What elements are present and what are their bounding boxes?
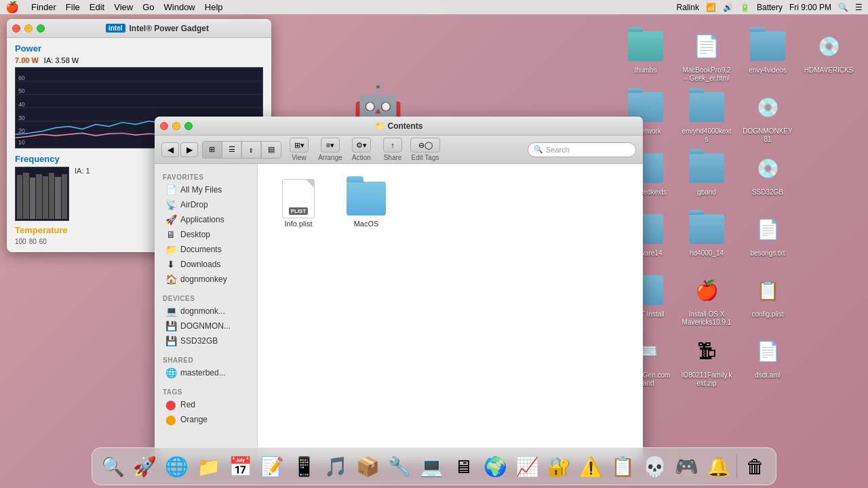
svg-text:30: 30 bbox=[18, 115, 25, 121]
share-button[interactable]: ↑ bbox=[383, 138, 402, 152]
finder-maximize-button[interactable] bbox=[184, 122, 193, 130]
finder-minimize-button[interactable] bbox=[172, 122, 180, 130]
menu-finder[interactable]: Finder bbox=[31, 2, 56, 12]
window-close-button[interactable] bbox=[12, 24, 20, 33]
sidebar-item-dognmon[interactable]: 💾 DOGNMON... bbox=[157, 319, 254, 333]
dock-chrome[interactable]: 🌍 bbox=[480, 451, 510, 481]
action-label: Action bbox=[352, 154, 371, 161]
back-button[interactable]: ◀ bbox=[161, 142, 179, 157]
desktop-icon-envyhd4000kexts[interactable]: envyhd4000kexts bbox=[677, 85, 736, 145]
dock-calendar[interactable]: 📅 bbox=[225, 451, 255, 481]
dock-appstore[interactable]: 📦 bbox=[353, 451, 382, 481]
dock-game[interactable]: 🎮 bbox=[671, 451, 701, 481]
downloads-icon: ⬇ bbox=[165, 259, 176, 270]
finder-titlebar: 📁 Contents bbox=[155, 117, 643, 136]
dognmon-label: DOGNMON... bbox=[180, 321, 231, 331]
dock-launchpad[interactable]: 🚀 bbox=[130, 451, 159, 481]
dock-facetime[interactable]: 📱 bbox=[289, 451, 319, 481]
desktop-icon-gband[interactable]: gband bbox=[677, 146, 736, 206]
besongs-label: besongs.txt bbox=[750, 249, 785, 258]
desktop-icon-dsdt-aml[interactable]: 📄 dsdt.aml bbox=[738, 329, 797, 389]
dock-trash[interactable]: 🗑 bbox=[741, 451, 770, 481]
dock-script[interactable]: 📋 bbox=[608, 451, 637, 481]
view-mode-buttons: ⊞ ☰ ⫾ ▤ bbox=[202, 141, 281, 159]
desktop-icon-macbookpro[interactable]: 📄 MacBookPro9,2 – Geek_er.html bbox=[677, 24, 736, 84]
hd4000-folder-icon bbox=[689, 211, 724, 247]
search-box[interactable]: 🔍 Search bbox=[528, 142, 636, 157]
sidebar-item-tag-orange[interactable]: ⬤ Orange bbox=[157, 412, 254, 427]
laptop-icon: 💻 bbox=[165, 306, 176, 317]
dock-safari[interactable]: 🌐 bbox=[161, 451, 191, 481]
search-icon[interactable]: 🔍 bbox=[838, 3, 848, 12]
sidebar-item-desktop[interactable]: 🖥 Desktop bbox=[157, 227, 254, 242]
empty-cell-2 bbox=[799, 146, 859, 206]
arrange-picker[interactable]: ⊞▾ bbox=[290, 138, 309, 152]
dock-keychain[interactable]: 🔐 bbox=[544, 451, 574, 481]
dock-finder[interactable]: 🔍 bbox=[98, 451, 127, 481]
icon-view-button[interactable]: ⊞ bbox=[203, 142, 222, 158]
desktop-icon-config-plist[interactable]: 📋 config.plist bbox=[738, 268, 797, 328]
dock-stocks[interactable]: 📈 bbox=[512, 451, 542, 481]
folder-macos[interactable]: MacOS bbox=[339, 178, 393, 230]
menu-help[interactable]: Help bbox=[205, 2, 223, 12]
sidebar-item-ssd32gb[interactable]: 💾 SSD32GB bbox=[157, 333, 254, 348]
forward-button[interactable]: ▶ bbox=[180, 142, 198, 157]
sidebar-item-applications[interactable]: 🚀 Applications bbox=[157, 212, 254, 227]
menu-file[interactable]: File bbox=[66, 2, 80, 12]
desktop-icon-thumbs[interactable]: thumbs bbox=[616, 24, 675, 84]
sidebar-item-dognmonkey[interactable]: 🏠 dognmonkey bbox=[157, 272, 254, 287]
desktop-icon-envy4videos[interactable]: envy4videos bbox=[738, 24, 797, 84]
dock-vm[interactable]: 🖥 bbox=[448, 451, 478, 481]
dock-warning[interactable]: ⚠️ bbox=[576, 451, 606, 481]
empty-cell-1 bbox=[799, 85, 859, 145]
sidebar-item-documents[interactable]: 📁 Documents bbox=[157, 242, 254, 257]
menu-view[interactable]: View bbox=[114, 2, 133, 12]
desktop-icon-hdmavericks[interactable]: 💿 HDMAVERICKS bbox=[799, 24, 859, 84]
dock-terminal[interactable]: 💻 bbox=[416, 451, 446, 481]
desktop-icon-install-osx[interactable]: 🍎 Install OS X Mavericks10.9.1 bbox=[677, 268, 736, 328]
arrange-button[interactable]: ≡▾ bbox=[321, 138, 340, 152]
share-label: Share bbox=[384, 154, 402, 161]
temp-label-80: 80 bbox=[29, 238, 37, 245]
window-maximize-button[interactable] bbox=[37, 24, 45, 33]
sidebar-item-airdrop[interactable]: 📡 AirDrop bbox=[157, 197, 254, 212]
menu-window[interactable]: Window bbox=[164, 2, 195, 12]
finder-close-button[interactable] bbox=[160, 122, 168, 130]
config-plist-icon: 📋 bbox=[750, 272, 785, 308]
edit-tags-button[interactable]: ⊖◯ bbox=[410, 138, 440, 152]
dock-skull[interactable]: 💀 bbox=[639, 451, 669, 481]
menu-edit[interactable]: Edit bbox=[90, 2, 104, 12]
window-minimize-button[interactable] bbox=[24, 24, 33, 33]
desktop-icons-area: thumbs 📄 MacBookPro9,2 – Geek_er.html en… bbox=[610, 19, 868, 443]
sidebar-item-tag-red[interactable]: ⬤ Red bbox=[157, 397, 254, 412]
plist-filename: Info.plist bbox=[285, 220, 313, 228]
battery-icon: 🔋 bbox=[740, 3, 750, 12]
thumbs-folder-icon bbox=[628, 28, 663, 64]
action-button[interactable]: ⚙▾ bbox=[352, 138, 371, 152]
file-info-plist[interactable]: PLIST Info.plist bbox=[271, 178, 326, 230]
gband-folder-icon bbox=[689, 150, 724, 186]
desktop-icon-ssd32gb[interactable]: 💿 SSD32GB bbox=[738, 146, 797, 206]
desktop-icon-besongs[interactable]: 📄 besongs.txt bbox=[738, 207, 797, 267]
dock-files[interactable]: 📁 bbox=[193, 451, 223, 481]
desktop-icon-io80211[interactable]: 🗜 IO80211Family.kext.zip bbox=[677, 329, 736, 389]
html-file-icon: 📄 bbox=[689, 28, 724, 64]
column-view-button[interactable]: ⫾ bbox=[242, 142, 261, 158]
desktop-icon-dognmonkey81[interactable]: 💿 DOGNMONKEY81 bbox=[738, 85, 797, 145]
notification-icon[interactable]: ☰ bbox=[855, 3, 863, 12]
cover-flow-button[interactable]: ▤ bbox=[262, 142, 281, 158]
dock-xcode[interactable]: 🔧 bbox=[384, 451, 414, 481]
menu-go[interactable]: Go bbox=[142, 2, 154, 12]
sidebar-item-dognmonk[interactable]: 💻 dognmonk... bbox=[157, 304, 254, 319]
ssd32gb-desktop-label: SSD32GB bbox=[752, 188, 783, 197]
sidebar-item-masterbed[interactable]: 🌐 masterbed... bbox=[157, 365, 254, 380]
dock-notes[interactable]: 📝 bbox=[257, 451, 287, 481]
sidebar-item-all-my-files[interactable]: 📄 All My Files bbox=[157, 182, 254, 197]
sidebar-item-downloads[interactable]: ⬇ Downloads bbox=[157, 257, 254, 272]
dock-notification[interactable]: 🔔 bbox=[703, 451, 733, 481]
list-view-button[interactable]: ☰ bbox=[222, 142, 241, 158]
apple-menu[interactable]: 🍎 bbox=[5, 1, 19, 14]
macos-folder-icon bbox=[346, 180, 387, 217]
dock-itunes[interactable]: 🎵 bbox=[321, 451, 351, 481]
desktop-icon-hd4000-14[interactable]: hd4000_14 bbox=[677, 207, 736, 267]
